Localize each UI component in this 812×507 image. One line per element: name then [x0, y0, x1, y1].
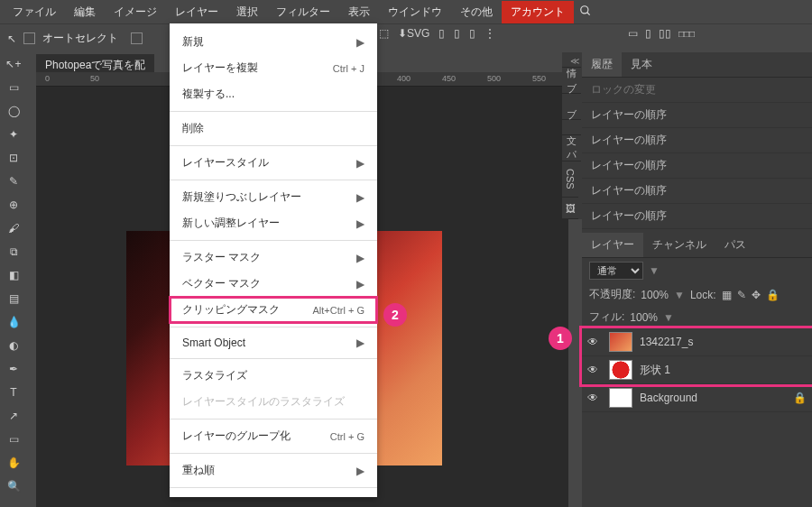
dodge-tool[interactable]: ◐ — [0, 334, 27, 357]
tab-swatches[interactable]: 見本 — [622, 52, 661, 77]
vtab-css[interactable]: CSS — [562, 161, 578, 198]
align-icon-4[interactable]: ⋮ — [484, 27, 495, 40]
menu-item[interactable]: 新しい調整レイヤー▶ — [170, 210, 377, 236]
menu-item[interactable]: ラスター マスク▶ — [170, 244, 377, 271]
stamp-tool[interactable]: ⧉ — [0, 240, 27, 263]
history-item[interactable]: ロックの変更 — [582, 78, 812, 103]
history-item[interactable]: レイヤーの順序 — [582, 128, 812, 153]
history-item[interactable]: レイヤーの順序 — [582, 153, 812, 179]
menu-item-label: クリッピングマスク — [182, 302, 280, 318]
vtab-para[interactable]: パ — [562, 135, 581, 161]
arrange-icon-3[interactable]: ▯▯ — [659, 27, 671, 40]
layer-row[interactable]: 👁 形状 1 — [582, 356, 812, 384]
lock-icon[interactable]: 🔒 — [793, 392, 807, 404]
menu-window[interactable]: ウインドウ — [379, 1, 451, 23]
crop-tool[interactable]: ⊡ — [0, 146, 27, 170]
menu-file[interactable]: ファイル — [4, 1, 65, 23]
eraser-tool[interactable]: ◧ — [0, 263, 27, 287]
menu-item[interactable]: クリッピングマスクAlt+Ctrl + G — [170, 297, 377, 323]
opacity-label: 不透明度: — [589, 287, 635, 302]
layer-row[interactable]: 👁 1342217_s — [582, 328, 812, 356]
path-tool[interactable]: ↗ — [0, 404, 27, 428]
tab-layers[interactable]: レイヤー — [582, 233, 643, 257]
marquee-tool[interactable]: ▭ — [0, 76, 27, 99]
pen-tool[interactable]: ✒ — [0, 357, 27, 381]
text-tool[interactable]: T — [0, 381, 27, 404]
lasso-tool[interactable]: ◯ — [0, 99, 27, 123]
arrange-icon-2[interactable]: ▯ — [645, 27, 651, 40]
export-icon[interactable]: ⬚ — [379, 27, 389, 40]
menu-item[interactable]: ラスタライズ — [170, 363, 377, 389]
menu-account[interactable]: アカウント — [502, 1, 574, 23]
vtab-brush2[interactable]: ブ — [562, 94, 581, 120]
tab-paths[interactable]: パス — [715, 233, 755, 257]
opacity-value[interactable]: 100% — [641, 289, 669, 301]
layer-thumbnail[interactable] — [609, 360, 632, 380]
menu-item[interactable]: ベクター マスク▶ — [170, 271, 377, 297]
tab-channels[interactable]: チャンネル — [643, 233, 715, 257]
align-icon-3[interactable]: ▯ — [469, 27, 475, 40]
history-item[interactable]: レイヤーの順序 — [582, 179, 812, 204]
eyedropper-tool[interactable]: ✎ — [0, 170, 27, 193]
menu-item[interactable]: レイヤーを複製Ctrl + J — [170, 55, 377, 81]
menu-item[interactable]: 新規塗りつぶしレイヤー▶ — [170, 184, 377, 210]
layer-name[interactable]: 形状 1 — [640, 363, 807, 378]
zoom-tool[interactable]: 🔍 — [0, 475, 27, 498]
history-item[interactable]: レイヤーの順序 — [582, 103, 812, 128]
menu-select[interactable]: 選択 — [227, 1, 267, 23]
gradient-tool[interactable]: ▤ — [0, 287, 27, 310]
blur-tool[interactable]: 💧 — [0, 310, 27, 334]
vtab-char[interactable]: 文 — [562, 120, 581, 135]
menu-item[interactable]: レイヤースタイル▶ — [170, 150, 377, 176]
panel-collapse-icon[interactable]: ≪ — [570, 56, 579, 66]
submenu-arrow-icon: ▶ — [356, 191, 364, 204]
tab-history[interactable]: 履歴 — [582, 52, 622, 77]
menu-view[interactable]: 表示 — [339, 1, 379, 23]
vtab-image-icon[interactable]: 🖼 — [562, 198, 578, 219]
move-tool-icon: ↖ — [7, 32, 16, 45]
brush-tool[interactable]: 🖌 — [0, 217, 27, 240]
checkbox-2[interactable] — [131, 32, 143, 44]
blend-mode-select[interactable]: 通常 — [589, 262, 643, 280]
menu-item[interactable]: 削除 — [170, 115, 377, 142]
layer-row[interactable]: 👁 Background 🔒 — [582, 384, 812, 412]
hand-tool[interactable]: ✋ — [0, 451, 27, 475]
visibility-icon[interactable]: 👁 — [587, 392, 602, 404]
shape-tool[interactable]: ▭ — [0, 428, 27, 451]
checkbox-autoselect[interactable] — [23, 32, 35, 44]
align-icon-1[interactable]: ▯ — [438, 27, 445, 40]
vtab-brush[interactable]: ブ — [562, 68, 581, 94]
lock-move-icon[interactable]: ✥ — [752, 289, 761, 301]
menu-layer[interactable]: レイヤー — [166, 1, 227, 23]
menu-other[interactable]: その他 — [451, 1, 502, 23]
menu-filter[interactable]: フィルター — [267, 1, 339, 23]
menu-item[interactable]: レイヤーのグループ化Ctrl + G — [170, 423, 377, 449]
svg-point-0 — [581, 5, 588, 13]
layer-name[interactable]: 1342217_s — [640, 336, 807, 348]
lock-transparency-icon[interactable]: ▦ — [722, 289, 732, 301]
align-icon-2[interactable]: ▯ — [454, 27, 460, 40]
menu-item-label: 新規塗りつぶしレイヤー — [182, 189, 301, 205]
lock-brush-icon[interactable]: ✎ — [737, 289, 746, 301]
menu-image[interactable]: イメージ — [105, 1, 166, 23]
search-icon[interactable] — [579, 5, 592, 20]
menu-item[interactable]: Smart Object▶ — [170, 331, 377, 355]
menu-item[interactable]: 複製する... — [170, 81, 377, 107]
move-tool[interactable]: ↖+ — [0, 52, 27, 76]
layer-thumbnail[interactable] — [609, 332, 632, 352]
fill-value[interactable]: 100% — [630, 311, 658, 324]
layers-list: 👁 1342217_s 👁 形状 1 👁 Background 🔒 — [582, 328, 812, 412]
heal-tool[interactable]: ⊕ — [0, 193, 27, 217]
menu-item[interactable]: 重ね順▶ — [170, 457, 377, 484]
visibility-icon[interactable]: 👁 — [587, 336, 602, 348]
layer-thumbnail[interactable] — [609, 388, 632, 408]
menu-item[interactable]: 新規▶ — [170, 29, 377, 55]
svg-export-button[interactable]: ⬇SVG — [398, 27, 429, 40]
wand-tool[interactable]: ✦ — [0, 123, 27, 146]
arrange-icon-1[interactable]: ▭ — [628, 27, 638, 40]
lock-all-icon[interactable]: 🔒 — [766, 289, 780, 301]
layer-name[interactable]: Background — [640, 392, 786, 404]
history-item[interactable]: レイヤーの順序 — [582, 204, 812, 229]
visibility-icon[interactable]: 👁 — [587, 364, 602, 376]
menu-edit[interactable]: 編集 — [65, 1, 105, 23]
